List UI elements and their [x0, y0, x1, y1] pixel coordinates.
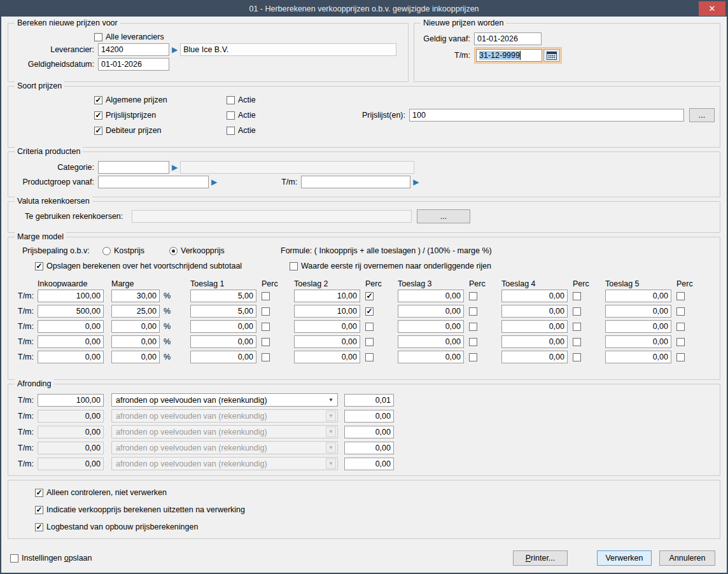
productgroep-tm-input[interactable]: [301, 176, 410, 188]
toeslag3-input[interactable]: 0,00: [398, 335, 464, 348]
toeslag2-input[interactable]: 10,00: [294, 305, 360, 318]
afronding-tm-input[interactable]: 100,00: [38, 394, 104, 407]
perc5-checkbox[interactable]: [676, 292, 685, 300]
algemene-actie-checkbox[interactable]: [227, 96, 235, 104]
verwerken-button[interactable]: Verwerken: [597, 550, 652, 566]
toeslag3-input[interactable]: 0,00: [398, 290, 464, 302]
categorie-lookup-arrow-icon[interactable]: ▶: [172, 164, 178, 171]
perc2-checkbox[interactable]: [365, 307, 374, 316]
toeslag4-input[interactable]: 0,00: [501, 335, 568, 348]
perc4-checkbox[interactable]: [573, 292, 581, 300]
verkoopprijs-radio[interactable]: [169, 247, 178, 255]
perc4-checkbox[interactable]: [573, 307, 581, 316]
toeslag3-input[interactable]: 0,00: [398, 351, 464, 363]
toeslag3-input[interactable]: 0,00: [398, 320, 464, 333]
perc1-checkbox[interactable]: [262, 292, 270, 300]
marge-input[interactable]: 25,00: [111, 305, 160, 318]
marge-input[interactable]: 0,00: [111, 351, 160, 363]
categorie-input[interactable]: [98, 161, 169, 174]
perc3-checkbox[interactable]: [469, 307, 477, 316]
instellingen-opslaan-checkbox[interactable]: [10, 554, 18, 563]
perc2-checkbox[interactable]: [365, 338, 374, 346]
rekenkoersen-browse-button[interactable]: ...: [417, 209, 470, 223]
row-tm-label: T/m:: [13, 307, 38, 316]
productgroep-tm-lookup-arrow-icon[interactable]: ▶: [413, 178, 419, 186]
afronding-value-input[interactable]: 0,01: [344, 394, 394, 407]
toeslag4-input[interactable]: 0,00: [501, 320, 568, 333]
inkoopwaarde-input[interactable]: 500,00: [38, 305, 104, 318]
close-button[interactable]: ✕: [699, 1, 725, 16]
alle-leveranciers-checkbox[interactable]: [94, 33, 102, 41]
toeslag5-input[interactable]: 0,00: [605, 290, 671, 302]
toeslag5-input[interactable]: 0,00: [605, 305, 671, 318]
afronding-method-select[interactable]: afronden op veelvouden van (rekenkundig)…: [111, 393, 338, 407]
inkoopwaarde-input[interactable]: 100,00: [38, 290, 104, 302]
tm-datum-input[interactable]: 31-12-9999: [476, 49, 542, 62]
toeslag1-input[interactable]: 0,00: [190, 351, 256, 363]
perc4-checkbox[interactable]: [573, 353, 581, 361]
leverancier-input[interactable]: 14200: [98, 43, 169, 56]
prijslijsten-browse-button[interactable]: ...: [689, 108, 715, 122]
inkoopwaarde-input[interactable]: 0,00: [38, 351, 104, 363]
perc5-checkbox[interactable]: [676, 353, 685, 361]
debiteur-actie-checkbox[interactable]: [227, 127, 235, 135]
perc3-checkbox[interactable]: [469, 353, 477, 361]
calendar-button[interactable]: [543, 49, 560, 62]
toeslag3-input[interactable]: 0,00: [398, 305, 464, 318]
algemene-prijzen-checkbox[interactable]: [94, 96, 102, 104]
perc1-checkbox[interactable]: [262, 353, 270, 361]
opslagen-checkbox[interactable]: [35, 262, 43, 270]
toeslag1-input[interactable]: 5,00: [190, 305, 256, 318]
toeslag2-input[interactable]: 10,00: [294, 290, 360, 302]
geldig-vanaf-input[interactable]: 01-01-2026: [474, 32, 542, 45]
toeslag5-input[interactable]: 0,00: [605, 335, 671, 348]
toeslag2-input[interactable]: 0,00: [294, 320, 360, 333]
leverancier-lookup-arrow-icon[interactable]: ▶: [172, 46, 178, 53]
perc1-checkbox[interactable]: [262, 307, 270, 316]
alleen-controleren-checkbox[interactable]: [35, 489, 43, 497]
kostprijs-radio[interactable]: [102, 247, 111, 255]
perc2-checkbox[interactable]: [365, 353, 374, 361]
logbestand-checkbox[interactable]: [35, 523, 43, 531]
perc5-checkbox[interactable]: [676, 338, 685, 346]
marge-input[interactable]: 30,00: [111, 290, 160, 302]
perc3-checkbox[interactable]: [469, 292, 477, 300]
prijslijstprijzen-checkbox[interactable]: [94, 111, 102, 120]
perc4-checkbox[interactable]: [573, 323, 581, 331]
row-tm-label: T/m:: [13, 353, 38, 361]
perc3-checkbox[interactable]: [469, 323, 477, 331]
printer-button[interactable]: Printer...: [513, 550, 568, 566]
prijslijst-actie-checkbox[interactable]: [227, 111, 235, 120]
toeslag4-input[interactable]: 0,00: [501, 305, 568, 318]
prijslijsten-input[interactable]: 100: [409, 109, 684, 122]
marge-input[interactable]: 0,00: [111, 320, 160, 333]
perc1-checkbox[interactable]: [262, 323, 270, 331]
marge-input[interactable]: 0,00: [111, 335, 160, 348]
toeslag2-input[interactable]: 0,00: [294, 335, 360, 348]
geldigheidsdatum-input[interactable]: 01-01-2026: [98, 58, 169, 71]
perc5-checkbox[interactable]: [676, 323, 685, 331]
perc4-checkbox[interactable]: [573, 338, 581, 346]
toeslag1-input[interactable]: 0,00: [190, 320, 256, 333]
productgroep-vanaf-lookup-arrow-icon[interactable]: ▶: [211, 178, 217, 186]
inkoopwaarde-input[interactable]: 0,00: [38, 320, 104, 333]
toeslag4-input[interactable]: 0,00: [501, 290, 568, 302]
debiteur-prijzen-checkbox[interactable]: [94, 127, 102, 135]
perc5-checkbox[interactable]: [676, 307, 685, 316]
perc1-checkbox[interactable]: [262, 338, 270, 346]
productgroep-vanaf-input[interactable]: [98, 176, 209, 188]
perc3-checkbox[interactable]: [469, 338, 477, 346]
annuleren-button[interactable]: Annuleren: [659, 550, 715, 566]
toeslag4-input[interactable]: 0,00: [501, 351, 568, 363]
waarde-eerste-rij-checkbox[interactable]: [290, 262, 298, 270]
perc2-checkbox[interactable]: [365, 292, 374, 300]
toeslag2-input[interactable]: 0,00: [294, 351, 360, 363]
afronding-row: T/m: 0,00 afronden op veelvouden van (re…: [13, 425, 715, 438]
perc2-checkbox[interactable]: [365, 323, 374, 331]
indicatie-verkoopprijs-checkbox[interactable]: [35, 506, 43, 514]
toeslag5-input[interactable]: 0,00: [605, 351, 671, 363]
toeslag5-input[interactable]: 0,00: [605, 320, 671, 333]
toeslag1-input[interactable]: 0,00: [190, 335, 256, 348]
inkoopwaarde-input[interactable]: 0,00: [38, 335, 104, 348]
toeslag1-input[interactable]: 5,00: [190, 290, 256, 302]
